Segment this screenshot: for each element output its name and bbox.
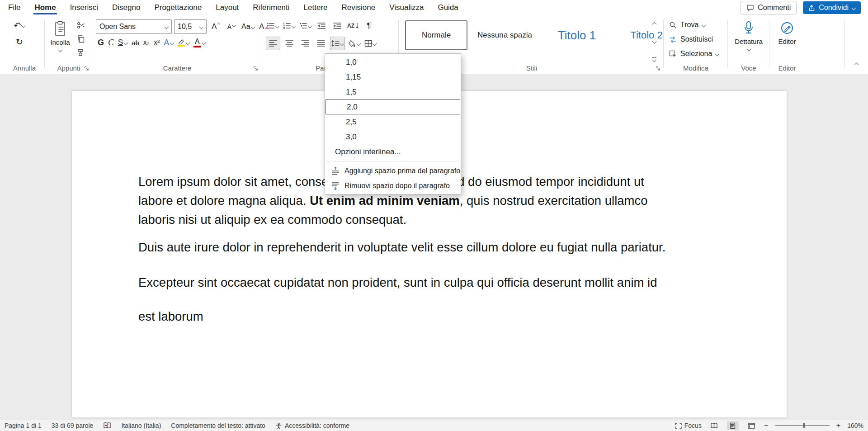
spacing-options-more[interactable]: Opzioni interlinea... xyxy=(325,144,461,159)
sort-button[interactable]: AZ xyxy=(346,19,360,32)
bullets-button[interactable] xyxy=(266,19,280,32)
undo-button[interactable]: ↶ xyxy=(13,19,26,32)
menu-tab-layout[interactable]: Layout xyxy=(215,1,240,14)
paragraph-3[interactable]: Excepteur sint occaecat cupidatat non pr… xyxy=(138,273,726,292)
dialog-launcher-icon[interactable] xyxy=(253,66,258,71)
text-completion-indicator[interactable]: Completamento del testo: attivato xyxy=(171,422,265,429)
font-name-combobox[interactable]: Open Sans xyxy=(96,19,172,34)
paragraph-3-continued[interactable]: est laborum xyxy=(138,307,726,326)
chevron-down-icon xyxy=(170,40,175,45)
subscript-button[interactable]: x₂ xyxy=(143,38,150,47)
grow-font-button[interactable]: A^ xyxy=(209,20,222,33)
add-space-before-label: Aggiungi spazio prima del paragrafo xyxy=(344,167,460,175)
menu-tab-progettazione[interactable]: Progettazione xyxy=(153,1,203,14)
zoom-out-button[interactable]: − xyxy=(764,421,769,430)
spacing-option-1-0[interactable]: 1,0 xyxy=(325,55,461,70)
menu-tab-home[interactable]: Home xyxy=(33,1,57,14)
spacing-option-2-5[interactable]: 2,5 xyxy=(325,114,461,129)
cut-button[interactable] xyxy=(74,19,88,32)
menu-tab-disegno[interactable]: Disegno xyxy=(111,1,141,14)
borders-button[interactable] xyxy=(363,37,377,50)
style-normale[interactable]: Normale xyxy=(405,20,467,50)
font-color-icon: A xyxy=(193,38,201,47)
paste-button[interactable]: Incolla xyxy=(47,15,73,52)
font-size-combobox[interactable]: 10,5 xyxy=(174,19,207,34)
zoom-slider-thumb[interactable] xyxy=(803,423,805,428)
share-button[interactable]: Condividi xyxy=(803,1,861,14)
italic-button[interactable]: C xyxy=(108,38,114,47)
superscript-button[interactable]: x² xyxy=(154,38,160,47)
line-spacing-button[interactable] xyxy=(330,37,345,50)
page-indicator[interactable]: Pagina 1 di 1 xyxy=(5,422,42,429)
collapse-ribbon-button[interactable] xyxy=(855,60,858,68)
font-color-button[interactable]: A xyxy=(193,38,205,47)
show-formatting-button[interactable]: ¶ xyxy=(362,19,376,32)
strikethrough-button[interactable]: ab xyxy=(132,39,139,47)
style-nessuna-spaziatura[interactable]: Nessuna spaziatura xyxy=(473,21,536,49)
sort-icon: AZ xyxy=(347,23,354,29)
spacing-option-1-15[interactable]: 1,15 xyxy=(325,70,461,85)
replace-button[interactable]: Sostituisci xyxy=(669,35,713,43)
chevron-down-icon xyxy=(373,41,377,46)
underline-button[interactable]: S xyxy=(118,38,127,47)
numbering-button[interactable] xyxy=(282,19,296,32)
shading-button[interactable] xyxy=(347,37,361,50)
gallery-scroll-down-icon[interactable] xyxy=(652,39,656,44)
menu-tab-riferimenti[interactable]: Riferimenti xyxy=(252,1,290,14)
style-titolo-1[interactable]: Titolo 1 xyxy=(542,21,612,49)
shrink-font-button[interactable]: A xyxy=(225,20,238,33)
remove-space-after-item[interactable]: Rimuovi spazio dopo il paragrafo xyxy=(325,178,461,193)
menu-tab-revisione[interactable]: Revisione xyxy=(341,1,377,14)
chevron-down-icon xyxy=(852,5,856,10)
comments-button[interactable]: Commenti xyxy=(741,1,797,14)
web-layout-button[interactable] xyxy=(745,421,757,430)
language-indicator[interactable]: Italiano (Italia) xyxy=(121,422,161,429)
highlight-color-button[interactable] xyxy=(178,39,189,47)
word-count[interactable]: 33 di 69 parole xyxy=(52,422,94,429)
spacing-option-2-0-selected[interactable]: 2,0 xyxy=(326,99,460,114)
print-layout-button[interactable] xyxy=(727,421,739,430)
editor-button[interactable]: Editor xyxy=(771,15,803,45)
paragraph-2[interactable]: Duis aute irure dolor in reprehenderit i… xyxy=(138,238,726,257)
read-mode-button[interactable] xyxy=(708,421,720,430)
menu-tab-inserisci[interactable]: Inserisci xyxy=(69,1,99,14)
style-label: Titolo 1 xyxy=(558,28,596,43)
menu-tab-file[interactable]: File xyxy=(7,1,21,14)
align-left-button[interactable] xyxy=(266,37,280,50)
focus-mode-button[interactable]: Focus xyxy=(675,422,702,429)
increase-indent-button[interactable] xyxy=(330,19,344,32)
change-case-button[interactable]: Aa xyxy=(241,20,255,33)
text-effects-button[interactable]: A xyxy=(164,38,174,47)
gallery-more-icon[interactable] xyxy=(652,57,656,62)
spacing-option-3-0[interactable]: 3,0 xyxy=(325,129,461,144)
zoom-slider[interactable] xyxy=(775,425,830,426)
menu-tab-visualizza[interactable]: Visualizza xyxy=(388,1,425,14)
proofing-status-icon[interactable] xyxy=(103,422,111,429)
multilevel-list-button[interactable] xyxy=(298,19,312,32)
redo-button[interactable]: ↻ xyxy=(13,35,26,48)
copy-button[interactable] xyxy=(74,33,88,45)
align-right-button[interactable] xyxy=(298,37,312,50)
menu-tab-lettere[interactable]: Lettere xyxy=(303,1,329,14)
spacing-option-1-5[interactable]: 1,5 xyxy=(325,85,461,99)
align-center-button[interactable] xyxy=(283,37,296,50)
gallery-scroll-up-icon[interactable] xyxy=(652,22,656,27)
decrease-indent-button[interactable] xyxy=(315,19,328,32)
chevron-down-icon xyxy=(250,24,255,29)
select-button[interactable]: Seleziona xyxy=(669,50,719,58)
find-button[interactable]: Trova xyxy=(669,21,705,29)
zoom-level[interactable]: 160% xyxy=(847,422,863,429)
chevron-down-icon xyxy=(715,52,720,56)
format-painter-button[interactable] xyxy=(74,46,88,59)
justify-button[interactable] xyxy=(314,37,328,50)
paragraph-1-line-3[interactable]: laboris nisi ut aliquip ex ea commodo co… xyxy=(138,210,726,229)
bold-button[interactable]: G xyxy=(98,38,104,47)
dialog-launcher-icon[interactable] xyxy=(656,66,660,71)
dictate-button[interactable]: Dettatura xyxy=(729,15,768,51)
menu-tab-guida[interactable]: Guida xyxy=(437,1,459,14)
dialog-launcher-icon[interactable] xyxy=(84,66,89,71)
add-space-before-item[interactable]: Aggiungi spazio prima del paragrafo xyxy=(325,163,461,178)
zoom-in-button[interactable]: + xyxy=(836,422,840,430)
font-name-value: Open Sans xyxy=(99,23,136,31)
accessibility-indicator[interactable]: Accessibilità: conforme xyxy=(275,422,349,429)
